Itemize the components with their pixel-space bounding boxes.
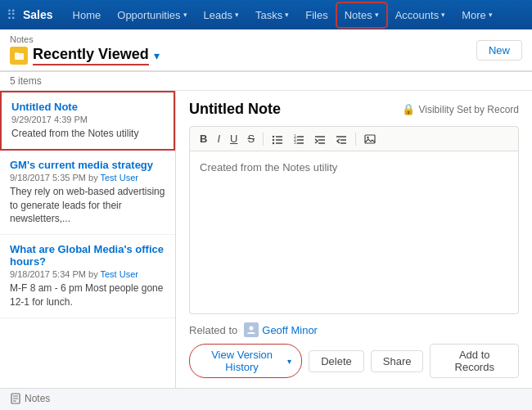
svg-rect-1: [15, 52, 19, 54]
nav-item-home[interactable]: Home: [66, 4, 108, 26]
nav-item-accounts[interactable]: Accounts ▾: [389, 4, 452, 26]
delete-button[interactable]: Delete: [309, 350, 364, 372]
unordered-list-button[interactable]: [268, 132, 286, 146]
ordered-list-button[interactable]: 1.2.3.: [290, 132, 308, 146]
note-title: What are Global Media's office hours?: [10, 243, 165, 268]
note-meta: 9/18/2017 5:35 PM by Test User: [10, 173, 165, 182]
indent-button[interactable]: [311, 132, 329, 146]
note-preview: M-F 8 am - 6 pm Most people gone 12-1 fo…: [10, 282, 165, 309]
contact-icon: [244, 322, 259, 337]
add-to-records-button[interactable]: Add to Records: [430, 344, 519, 378]
underline-button[interactable]: U: [227, 131, 241, 146]
editor-footer: Related to Geoff Minor View Version Hist…: [189, 322, 519, 378]
list-item[interactable]: What are Global Media's office hours? 9/…: [0, 235, 175, 318]
nav-notes-wrapper: Notes ▾: [338, 4, 385, 26]
bottom-bar: Notes: [0, 388, 532, 408]
note-list: Untitled Note 9/29/2017 4:39 PM Created …: [0, 91, 176, 388]
svg-rect-0: [15, 53, 24, 60]
svg-point-4: [273, 138, 274, 140]
view-version-history-button[interactable]: View Version History ▾: [189, 344, 302, 378]
share-button[interactable]: Share: [371, 350, 424, 372]
svg-point-22: [250, 327, 254, 331]
visibility-indicator: 🔒 Visibility Set by Record: [402, 103, 520, 115]
note-editor: Untitled Note 🔒 Visibility Set by Record…: [176, 91, 532, 388]
page-title: Recently Viewed: [33, 46, 149, 65]
grid-icon[interactable]: ⠿: [7, 7, 16, 23]
svg-rect-20: [365, 135, 375, 143]
breadcrumb-title: Recently Viewed ▾: [10, 46, 160, 65]
nav-item-more[interactable]: More ▾: [455, 4, 499, 26]
editor-title: Untitled Note: [189, 101, 281, 118]
related-to-row: Related to Geoff Minor: [189, 322, 519, 337]
italic-button[interactable]: I: [214, 131, 223, 146]
svg-point-6: [273, 142, 274, 143]
editor-content[interactable]: Created from the Notes utility: [189, 151, 519, 314]
toolbar-separator: [263, 133, 264, 146]
chevron-down-icon: ▾: [489, 11, 493, 19]
chevron-down-icon: ▾: [375, 11, 379, 19]
svg-point-21: [367, 136, 368, 137]
note-editor-header: Untitled Note 🔒 Visibility Set by Record: [189, 101, 519, 118]
chevron-down-icon: ▾: [287, 357, 291, 366]
note-meta: 9/18/2017 5:34 PM by Test User: [10, 269, 165, 279]
note-title: GM's current media strategy: [10, 159, 165, 171]
lock-icon: 🔒: [402, 103, 415, 115]
note-preview: Created from the Notes utility: [11, 127, 164, 141]
bold-button[interactable]: B: [196, 131, 210, 146]
svg-text:3.: 3.: [294, 140, 297, 145]
breadcrumb-label: Notes: [10, 34, 160, 44]
contact-badge[interactable]: Geoff Minor: [244, 322, 318, 337]
editor-toolbar: B I U S 1.2.3.: [189, 126, 519, 151]
svg-point-2: [273, 135, 274, 137]
app-name: Sales: [23, 8, 53, 21]
main-content: Untitled Note 9/29/2017 4:39 PM Created …: [0, 91, 532, 388]
strikethrough-button[interactable]: S: [244, 131, 258, 146]
bottom-bar-label: Notes: [25, 393, 50, 404]
nav-item-files[interactable]: Files: [299, 4, 334, 26]
note-meta: 9/29/2017 4:39 PM: [11, 115, 164, 124]
image-button[interactable]: [361, 132, 379, 146]
nav-item-leads[interactable]: Leads ▾: [197, 4, 246, 26]
nav-item-tasks[interactable]: Tasks ▾: [249, 4, 295, 26]
chevron-down-icon: ▾: [285, 11, 289, 19]
new-button[interactable]: New: [476, 40, 522, 61]
chevron-down-icon: ▾: [441, 11, 445, 19]
top-navigation: ⠿ Sales Home Opportunities ▾ Leads ▾ Tas…: [0, 0, 532, 29]
nav-item-opportunities[interactable]: Opportunities ▾: [110, 4, 193, 26]
notes-icon: [10, 393, 21, 404]
list-item[interactable]: GM's current media strategy 9/18/2017 5:…: [0, 151, 175, 235]
chevron-down-icon: ▾: [183, 11, 187, 19]
chevron-down-icon: ▾: [235, 11, 239, 19]
recently-viewed-dropdown[interactable]: ▾: [154, 49, 160, 62]
new-button-container: New: [476, 40, 522, 61]
nav-item-notes[interactable]: Notes ▾: [338, 4, 385, 26]
notes-folder-icon: [10, 47, 28, 65]
toolbar-separator: [355, 133, 356, 146]
note-title: Untitled Note: [11, 101, 164, 113]
outdent-button[interactable]: [332, 132, 350, 146]
items-count: 5 items: [0, 72, 532, 91]
sub-navigation: Notes Recently Viewed ▾ New: [0, 29, 532, 72]
action-buttons: View Version History ▾ Delete Share Add …: [189, 344, 519, 378]
note-preview: They rely on web-based advertising to ge…: [10, 185, 165, 226]
list-item[interactable]: Untitled Note 9/29/2017 4:39 PM Created …: [0, 91, 175, 151]
